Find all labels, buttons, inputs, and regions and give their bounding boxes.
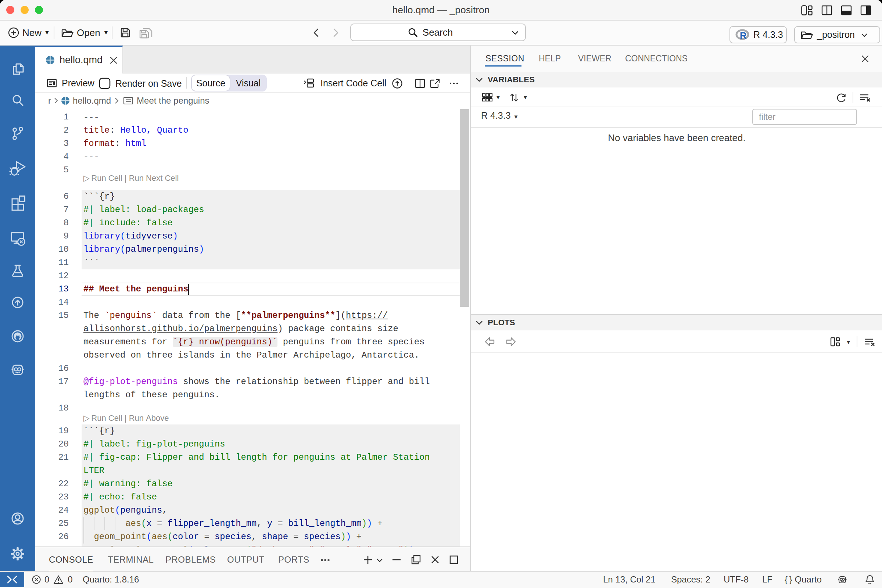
svg-text:R: R xyxy=(740,30,747,41)
